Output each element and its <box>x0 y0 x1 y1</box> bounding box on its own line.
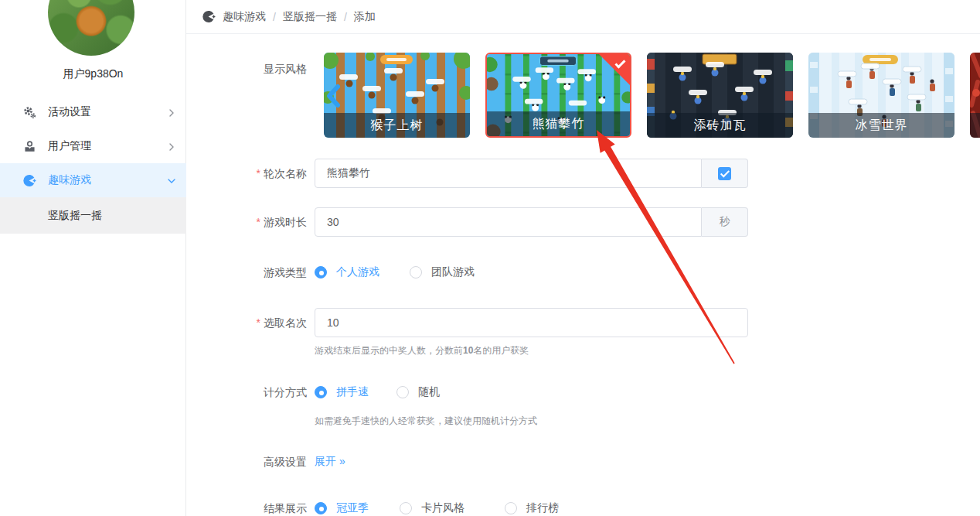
radio-result-podium[interactable]: 冠亚季 <box>315 500 369 516</box>
radio-circle <box>315 386 327 398</box>
round-name-field <box>315 159 748 188</box>
radio-label: 个人游戏 <box>336 265 379 279</box>
chevron-right-icon <box>167 142 176 151</box>
game-pacman-icon <box>202 10 216 23</box>
radio-label: 卡片风格 <box>421 501 464 515</box>
style-option-name: 猴子上树 <box>324 113 470 138</box>
game-pacman-icon <box>23 174 36 187</box>
field-label-result: 结果展示 <box>202 501 307 516</box>
breadcrumb-separator: / <box>344 11 347 23</box>
style-option-monkey[interactable]: 猴子上树 <box>324 53 470 138</box>
gears-icon <box>23 106 36 119</box>
radio-circle <box>400 502 412 514</box>
radio-random-scoring[interactable]: 随机 <box>396 384 440 401</box>
breadcrumb: 趣味游戏 / 竖版摇一摇 / 添加 <box>186 0 980 34</box>
radio-circle <box>410 266 422 279</box>
radio-result-leaderboard[interactable]: 排行榜 <box>505 500 559 516</box>
radio-speed-scoring[interactable]: 拼手速 <box>315 384 369 401</box>
sidebar-item-activity-settings[interactable]: 活动设置 <box>0 95 186 129</box>
field-label-game-type: 游戏类型 <box>202 265 307 280</box>
radio-label: 冠亚季 <box>336 501 369 515</box>
field-label-round-name: 轮次名称 <box>202 166 307 181</box>
radio-circle <box>396 386 409 398</box>
radio-circle <box>315 502 327 514</box>
display-style-options: 猴子上树 <box>324 53 980 138</box>
sidebar-item-label: 趣味游戏 <box>48 173 91 187</box>
sidebar-subitem-vertical-shake[interactable]: 竖版摇一摇 <box>0 197 186 234</box>
field-label-duration: 游戏时长 <box>202 214 307 230</box>
duration-input[interactable] <box>315 207 702 237</box>
style-option-name: 添砖加瓦 <box>647 113 793 138</box>
breadcrumb-item-current: 添加 <box>354 10 376 24</box>
field-label-rank: 选取名次 <box>202 315 307 330</box>
radio-circle <box>505 502 517 514</box>
sidebar-menu: 活动设置 用户管理 <box>0 95 186 234</box>
breadcrumb-item[interactable]: 趣味游戏 <box>223 10 266 24</box>
sidebar-item-label: 用户管理 <box>48 139 91 153</box>
advanced-expand-link[interactable]: 展开 » <box>315 455 345 469</box>
style-option-partial[interactable] <box>970 53 980 138</box>
duration-unit: 秒 <box>702 207 748 237</box>
scoring-hint: 如需避免手速快的人经常获奖，建议使用随机计分方式 <box>315 415 537 428</box>
username: 用户9p38On <box>0 67 186 81</box>
round-name-input[interactable] <box>315 159 702 188</box>
radio-label: 随机 <box>418 385 440 399</box>
style-option-brick[interactable]: 添砖加瓦 <box>647 53 793 138</box>
duration-field: 秒 <box>315 207 748 237</box>
sidebar-item-label: 活动设置 <box>48 105 91 119</box>
radio-label: 团队游戏 <box>431 265 475 279</box>
style-option-name: 熊猫攀竹 <box>487 111 630 136</box>
rank-input[interactable] <box>315 308 748 337</box>
radio-result-card[interactable]: 卡片风格 <box>400 500 464 516</box>
chevron-right-icon <box>167 108 176 117</box>
radio-label: 排行榜 <box>526 501 559 515</box>
radio-circle <box>315 266 327 279</box>
chevron-down-icon <box>167 176 176 185</box>
style-option-name <box>970 113 980 138</box>
field-label-display-style: 显示风格 <box>202 61 307 77</box>
breadcrumb-item[interactable]: 竖版摇一摇 <box>283 10 337 24</box>
main-content: 趣味游戏 / 竖版摇一摇 / 添加 显示风格 轮次名称 游戏时长 游戏类型 选取… <box>186 0 980 516</box>
round-name-checkbox[interactable] <box>718 167 731 180</box>
style-option-ice[interactable]: 冰雪世界 <box>808 53 954 138</box>
style-option-panda-selected[interactable]: 熊猫攀竹 <box>485 53 631 138</box>
user-icon <box>23 140 36 153</box>
radio-label: 拼手速 <box>336 385 369 399</box>
user-avatar <box>48 0 134 56</box>
round-name-append <box>702 159 748 188</box>
sidebar-item-fun-games[interactable]: 趣味游戏 <box>0 163 186 197</box>
radio-team-game[interactable]: 团队游戏 <box>410 264 475 281</box>
selected-corner-badge <box>599 54 630 85</box>
field-label-scoring: 计分方式 <box>202 384 307 400</box>
style-option-name: 冰雪世界 <box>808 113 954 138</box>
sidebar-item-user-management[interactable]: 用户管理 <box>0 129 186 163</box>
field-label-advanced: 高级设置 <box>202 454 307 470</box>
sidebar-subitem-label: 竖版摇一摇 <box>48 209 102 223</box>
rank-hint: 游戏结束后显示的中奖人数，分数前10名的用户获奖 <box>315 344 529 357</box>
radio-personal-game[interactable]: 个人游戏 <box>315 264 379 281</box>
sidebar: 用户9p38On 活动设置 <box>0 0 186 516</box>
breadcrumb-separator: / <box>273 11 276 23</box>
rank-field <box>315 308 748 337</box>
